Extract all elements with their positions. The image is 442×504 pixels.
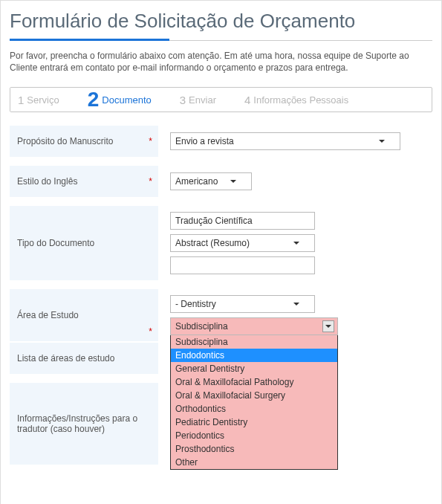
subdiscipline-option[interactable]: Periodontics	[171, 429, 337, 442]
label-engstyle: Estilo do Inglês*	[10, 166, 158, 197]
chevron-down-icon	[293, 242, 299, 245]
subdiscipline-option[interactable]: Oral & Maxillofacial Surgery	[171, 389, 337, 402]
subdiscipline-option[interactable]: Subdisciplina	[171, 335, 337, 349]
label-sublist: Lista de áreas de estudo	[10, 343, 158, 374]
chevron-down-icon	[230, 180, 236, 183]
label-study: Área de Estudo*	[10, 289, 158, 341]
chevron-down-icon	[379, 140, 385, 143]
subdiscipline-option[interactable]: Orthodontics	[171, 402, 337, 416]
doctype-extra[interactable]	[170, 256, 315, 274]
step-1[interactable]: 1Serviço	[10, 88, 67, 112]
label-notes: Informações/Instruções para o tradutor (…	[10, 383, 158, 465]
step-4[interactable]: 4Informações Pessoais	[231, 88, 356, 112]
chevron-down-icon	[293, 303, 299, 306]
subdiscipline-option[interactable]: Prosthodontics	[171, 442, 337, 456]
label-purpose: Propósito do Manuscrito*	[10, 126, 158, 157]
subdiscipline-option[interactable]: Other	[171, 456, 337, 469]
intro-text: Por favor, preencha o formulário abaixo …	[10, 50, 432, 74]
subdiscipline-option[interactable]: Pediatric Dentistry	[171, 416, 337, 429]
page-title: Formulário de Solicitação de Orçamento	[10, 7, 432, 41]
label-doctype: Tipo do Documento	[10, 206, 158, 280]
doctype-select[interactable]: Abstract (Resumo)	[170, 234, 315, 252]
step-3[interactable]: 3Enviar	[166, 88, 224, 112]
doctype-text[interactable]	[170, 212, 315, 230]
subdiscipline-select[interactable]: Subdisciplina	[170, 317, 338, 335]
purpose-select[interactable]: Envio a revista	[170, 132, 400, 150]
step-bar: 1Serviço 2Documento 3Enviar 4Informações…	[10, 87, 432, 112]
subdiscipline-option[interactable]: General Dentistry	[171, 362, 337, 375]
subdiscipline-option[interactable]: Oral & Maxillofacial Pathology	[171, 375, 337, 389]
step-2[interactable]: 2Documento	[74, 88, 159, 112]
engstyle-select[interactable]: Americano	[170, 172, 252, 190]
subdiscipline-option[interactable]: Endodontics	[171, 349, 337, 362]
title-accent	[10, 39, 169, 41]
subdiscipline-dropdown-list[interactable]: SubdisciplinaEndodonticsGeneral Dentistr…	[170, 335, 338, 470]
chevron-down-icon	[322, 320, 334, 332]
study-select[interactable]: - Dentistry	[170, 295, 315, 313]
